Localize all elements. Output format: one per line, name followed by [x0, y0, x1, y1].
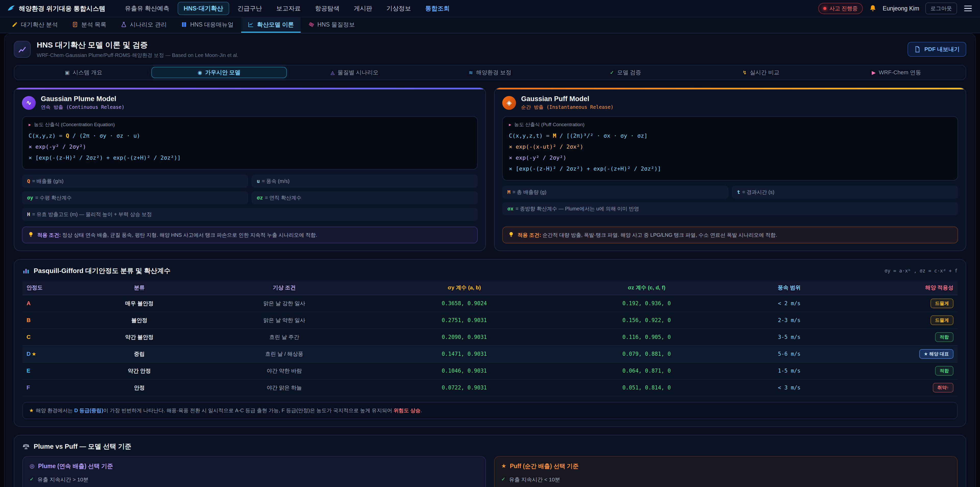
col-stability: 안정도 — [22, 280, 83, 295]
tab-realtime-comparison[interactable]: ↯실시간 비교 — [693, 67, 829, 78]
page-header-icon — [14, 41, 30, 58]
tab-label: 물질별 시나리오 — [338, 69, 379, 77]
plume-criteria-title: Plume (연속 배출) 선택 기준 — [38, 462, 113, 470]
marine-star-icon: ★ — [32, 351, 36, 357]
tab-label: 실시간 비교 — [750, 69, 780, 77]
subnav-label: HNS 물질정보 — [318, 21, 355, 29]
table-row: F 안정 야간 맑은 하늘 0.0722, 0.9031 0.051, 0.81… — [22, 379, 958, 396]
subnav-dispersion-analysis[interactable]: 대기확산 분석 — [5, 18, 64, 33]
param-sigma-z: σz= 연직 확산계수 — [251, 191, 478, 204]
wind-range: 2-3 m/s — [738, 312, 841, 329]
weather-condition: 흐린 날 주간 — [196, 329, 373, 345]
pencil-icon — [12, 21, 18, 27]
tab-substance-scenarios[interactable]: ◬물질별 시나리오 — [287, 67, 422, 78]
tab-label: 가우시안 모델 — [205, 69, 240, 77]
menu-board[interactable]: 게시판 — [348, 2, 378, 15]
note-text: 순간적 대량 방출, 폭발·탱크 파열. 해양 사고 중 LPG/LNG 탱크 … — [542, 232, 777, 238]
table-row: E 약간 안정 야간 약한 바람 0.1046, 0.9031 0.064, 0… — [22, 362, 958, 379]
stability-class: C — [27, 334, 30, 340]
menu-rescue[interactable]: 긴급구난 — [231, 2, 268, 15]
trend-chart-icon — [18, 45, 27, 54]
puff-eq-line4: × [exp(-(z-H)² / 2σz²) + exp(-(z+H)² / 2… — [509, 163, 951, 174]
applicability-badge: 적합 — [935, 332, 953, 342]
applicability-badge: 취약↑ — [933, 383, 953, 393]
sigma-z-coeff: 0.116, 0.905, 0 — [555, 329, 738, 345]
incident-status-badge[interactable]: 사고 진행중 — [818, 3, 863, 14]
wind-range: 1-5 m/s — [738, 362, 841, 379]
book-icon — [181, 21, 187, 27]
section-tabs: ▣시스템 개요 ◉가우시안 모델 ◬물질별 시나리오 ≋해양환경 보정 ✓모델 … — [14, 65, 966, 80]
plume-formula-block: ▸ 농도 산출식 (Concentration Equation) C(x,y,… — [22, 116, 478, 169]
tab-gaussian-model[interactable]: ◉가우시안 모델 — [151, 67, 287, 78]
pdf-export-button[interactable]: PDF 내보내기 — [907, 42, 966, 57]
sigma-y-coeff: 0.2090, 0.9031 — [373, 329, 555, 345]
sigma-y-coeff: 0.1471, 0.9031 — [373, 345, 555, 362]
menu-aerial-search[interactable]: 항공탐색 — [309, 2, 345, 15]
stability-class: D — [27, 351, 30, 357]
wind-range: < 2 m/s — [738, 295, 841, 312]
pg-section-header: Pasquill-Gifford 대기안정도 분류 및 확산계수 σy = a·… — [22, 267, 958, 275]
bell-icon[interactable] — [869, 5, 877, 12]
stability-class: A — [27, 300, 30, 307]
user-name: Eunjeong Kim — [883, 5, 919, 12]
menu-integrated-search[interactable]: 통합조회 — [419, 2, 456, 15]
tab-label: 모델 검증 — [617, 69, 641, 77]
menu-weather[interactable]: 기상정보 — [380, 2, 417, 15]
app-logo[interactable]: 해양환경 위기대응 통합시스템 — [7, 4, 105, 13]
plume-title: Gaussian Plume Model — [41, 95, 124, 103]
class-name: 약간 안정 — [83, 362, 196, 379]
puff-title: Gaussian Puff Model — [521, 95, 614, 103]
sub-navigation: 대기확산 분석 분석 목록 시나리오 관리 HNS 대응매뉴얼 확산모델 이론 … — [0, 18, 980, 33]
selection-section-header: Plume vs Puff — 모델 선택 기준 — [22, 442, 958, 451]
logout-button[interactable]: 로그아웃 — [925, 3, 957, 14]
param-Q: Q= 배출률 (g/s) — [22, 175, 248, 188]
marker-icon: ▸ — [29, 122, 31, 128]
marker-icon: ▸ — [509, 122, 511, 128]
topnav-right: 사고 진행중 Eunjeong Kim 로그아웃 — [818, 3, 973, 14]
subnav-hns-substance-info[interactable]: HNS 물질정보 — [302, 18, 362, 33]
sigma-formula-note: σy = a·xᵇ , σz = c·xᵈ + f — [885, 268, 958, 273]
main-content: HNS 대기확산 모델 이론 및 검증 WRF-Chem·Gaussian Pl… — [4, 33, 976, 487]
hamburger-menu-icon[interactable] — [963, 3, 973, 13]
tab-system-overview[interactable]: ▣시스템 개요 — [16, 67, 151, 78]
tab-model-validation[interactable]: ✓모델 검증 — [558, 67, 693, 78]
table-row-marine-representative: D★ 중립 흐린 날 / 해상풍 0.1471, 0.9031 0.079, 0… — [22, 345, 958, 362]
menu-reports[interactable]: 보고자료 — [270, 2, 307, 15]
sigma-z-coeff: 0.156, 0.922, 0 — [555, 312, 738, 329]
wind-range: < 3 m/s — [738, 379, 841, 396]
table-row: B 불안정 맑은 날 약한 일사 0.2751, 0.9031 0.156, 0… — [22, 312, 958, 329]
sigma-z-coeff: 0.192, 0.936, 0 — [555, 295, 738, 312]
menu-hns-atmos[interactable]: HNS·대기확산 — [178, 2, 229, 15]
tab-label: WRF-Chem 연동 — [879, 69, 921, 77]
param-sigma-x: σx= 종방향 확산계수 — Plume에서는 u에 의해 이미 반영 — [502, 202, 958, 215]
class-name: 불안정 — [83, 312, 196, 329]
tab-label: 시스템 개요 — [73, 69, 102, 77]
lightbulb-icon — [508, 232, 514, 237]
burst-icon: ★ — [501, 463, 506, 469]
plume-subtitle: 연속 방출 (Continuous Release) — [41, 104, 124, 110]
sigma-z-coeff: 0.051, 0.814, 0 — [555, 379, 738, 396]
wing-logo-icon — [7, 4, 15, 13]
class-name: 약간 불안정 — [83, 329, 196, 345]
menu-oil-spill[interactable]: 유출유 확산예측 — [119, 2, 176, 15]
criteria-item: ✓유출 지속시간 < 10분 — [501, 474, 950, 485]
subnav-scenario-management[interactable]: 시나리오 관리 — [114, 18, 173, 33]
applicability-badge: 적합 — [935, 366, 953, 376]
d-class-highlight: D 등급(중립) — [74, 407, 103, 413]
sigma-y-coeff: 0.2751, 0.9031 — [373, 312, 555, 329]
sigma-z-coeff: 0.079, 0.881, 0 — [555, 345, 738, 362]
tab-marine-correction[interactable]: ≋해양환경 보정 — [422, 67, 558, 78]
subnav-hns-manual[interactable]: HNS 대응매뉴얼 — [174, 18, 240, 33]
subnav-analysis-list[interactable]: 분석 목록 — [65, 18, 113, 33]
subnav-label: 확산모델 이론 — [257, 21, 294, 29]
stability-table: 안정도 분류 기상 조건 σy 계수 (a, b) σz 계수 (c, d, f… — [22, 280, 958, 396]
atom-icon — [308, 21, 314, 27]
puff-card-header: ◈ Gaussian Puff Model 순간 방출 (Instantaneo… — [502, 95, 958, 110]
subnav-model-theory[interactable]: 확산모델 이론 — [241, 18, 301, 33]
puff-subtitle: 순간 방출 (Instantaneous Release) — [521, 104, 614, 110]
wind-range: 3-5 m/s — [738, 329, 841, 345]
tab-wrf-chem[interactable]: ▶WRF-Chem 연동 — [829, 67, 964, 78]
stability-class: F — [27, 384, 30, 391]
model-selection-section: Plume vs Puff — 모델 선택 기준 ◎ Plume (연속 배출)… — [14, 435, 966, 487]
top-navigation: 해양환경 위기대응 통합시스템 유출유 확산예측 HNS·대기확산 긴급구난 보… — [0, 0, 980, 18]
